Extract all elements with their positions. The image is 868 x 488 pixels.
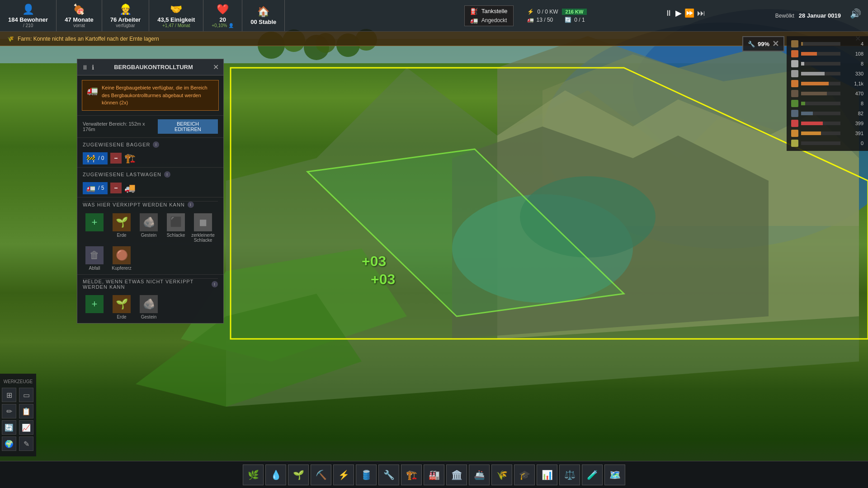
coal-bar xyxy=(801,92,840,95)
bottom-icon-chart[interactable]: 📊 xyxy=(537,465,557,485)
excavator-passive-icon: 🏗️ xyxy=(124,153,136,164)
tool-select-button[interactable]: ⊞ xyxy=(2,388,16,402)
dump-add-item[interactable]: + xyxy=(83,213,106,243)
station-status: Angedockt xyxy=(481,17,507,23)
bottom-icon-research[interactable]: 🧪 xyxy=(582,465,603,485)
iron-icon xyxy=(791,70,798,77)
stat-stable: 🏠 00 Stable xyxy=(242,0,285,31)
svg-marker-7 xyxy=(452,127,769,339)
alert-items-grid: + 🌱 Erde 🪨 Gestein xyxy=(83,295,218,319)
bottom-icon-factory[interactable]: 🏭 xyxy=(424,465,444,485)
unity-icon: 🤝 xyxy=(170,4,182,15)
bottom-icon-building[interactable]: 🏛️ xyxy=(446,465,467,485)
lightning-icon: ⚡ xyxy=(527,9,534,15)
tool-rotate-button[interactable]: 🔄 xyxy=(2,420,16,435)
lastwagen-remove-button[interactable]: − xyxy=(110,183,121,193)
ratio-icon: 🔄 xyxy=(565,17,571,23)
lastwagen-label: ZUGEWIESENE LASTWAGEN xyxy=(83,172,161,177)
warning-text: Keine Bergbaugebiete verfügbar, die im B… xyxy=(102,84,214,107)
faster-forward-button[interactable]: ⏭ xyxy=(697,9,705,18)
fast-forward-button[interactable]: ⏩ xyxy=(684,8,694,18)
bottom-icon-map[interactable]: 🗺️ xyxy=(604,465,625,485)
bottom-icon-plant[interactable]: 🌱 xyxy=(288,465,309,485)
bottom-icon-balance[interactable]: ⚖️ xyxy=(559,465,580,485)
lastwagen-count: / 5 xyxy=(98,185,104,191)
truck-row: 🚛 13 / 50 🔄 0 / 1 xyxy=(527,17,587,23)
heart-icon: ❤️ xyxy=(217,4,229,15)
tool-area-button[interactable]: ▭ xyxy=(19,388,33,402)
lastwagen-add-button[interactable]: 🚛 / 5 xyxy=(83,182,108,194)
alert-add-button[interactable]: + xyxy=(85,295,104,313)
schlacke-label: Schlacke xyxy=(167,233,185,238)
play-button[interactable]: ▶ xyxy=(675,8,682,18)
food-bar xyxy=(801,102,840,105)
tools-value: 82 xyxy=(843,111,863,116)
tools-panel: WERKZEUGE ⊞ ▭ ✏ 📋 🔄 📈 🌍 ✎ xyxy=(0,374,36,456)
panel-pause-button[interactable]: ⏸ xyxy=(82,64,88,71)
bottom-icons-row: 🌿 💧 🌱 ⛏️ ⚡ 🛢️ 🔧 🏗️ 🏭 🏛️ 🚢 🌾 🎓 📊 ⚖️ 🧪 🗺️ xyxy=(243,465,625,485)
tools-grid: ⊞ ▭ ✏ 📋 🔄 📈 🌍 ✎ xyxy=(0,386,36,453)
tools-bar xyxy=(801,112,840,115)
panel-close-button[interactable]: ✕ xyxy=(213,63,219,71)
food-icon: 🍖 xyxy=(73,4,85,15)
notification-bar: 🌾 Farm: Konnte nicht alles an Kartoffel … xyxy=(0,32,868,46)
copper-value: 1,1k xyxy=(843,81,863,86)
area-row: Verwalteter Bereich: 152m x 176m BEREICH… xyxy=(77,115,223,137)
dump-add-button[interactable]: + xyxy=(85,213,104,231)
tool-copy-button[interactable]: 📋 xyxy=(19,404,33,418)
bottom-icon-power[interactable]: ⚡ xyxy=(333,465,354,485)
erde-label: Erde xyxy=(117,233,126,238)
alert-item-erde: 🌱 Erde xyxy=(110,295,133,319)
alert-add-item[interactable]: + xyxy=(83,295,106,319)
bottom-icon-water[interactable]: 💧 xyxy=(265,465,286,485)
bottom-icon-ship[interactable]: 🚢 xyxy=(469,465,490,485)
sound-button[interactable]: 🔊 xyxy=(850,8,861,19)
excavator-icon: 🚧 xyxy=(86,154,95,163)
dump-item-kupfererz: 🟤 Kupfererz xyxy=(110,246,133,271)
stat-residents: 👤 184 Bewohner / 210 xyxy=(0,0,57,31)
bottom-icon-oil[interactable]: 🛢️ xyxy=(356,465,377,485)
area-label: Verwalteter Bereich: 152m x 176m xyxy=(83,121,158,132)
tools-icon: 🔧 xyxy=(748,41,755,47)
tool-stats-button[interactable]: 📈 xyxy=(19,420,33,435)
lastwagen-vehicles-row: 🚛 / 5 − 🚚 xyxy=(77,179,223,197)
ore1-value: 399 xyxy=(843,121,863,126)
lastwagen-section-header: ZUGEWIESENE LASTWAGEN i xyxy=(77,167,223,179)
bagger-section-header: ZUGEWIESENE BAGGER i xyxy=(77,137,223,150)
dump-info-icon: i xyxy=(188,202,194,208)
area-edit-button[interactable]: BEREICH EDITIEREN xyxy=(158,119,218,134)
bricks-bar xyxy=(801,52,840,56)
svg-marker-18 xyxy=(307,149,624,316)
power-row: ⚡ 0 / 0 KW 216 KW xyxy=(527,9,587,15)
tools-close-button[interactable]: ✕ xyxy=(772,39,779,49)
tool-pencil-button[interactable]: ✏ xyxy=(2,404,16,418)
alert-section-header: MELDE, WENN ETWAS NICHT VERKIPPT WERDEN … xyxy=(83,278,218,291)
station-name-row: ⛽ Tankstelle xyxy=(470,8,508,15)
tool-edit-button[interactable]: ✎ xyxy=(19,436,33,451)
copper-bar xyxy=(801,82,840,85)
bottom-icon-farm[interactable]: 🌾 xyxy=(491,465,512,485)
unity-value: 43,5 Einigkeit xyxy=(157,16,195,23)
bottom-icon-education[interactable]: 🎓 xyxy=(514,465,535,485)
pause-button[interactable]: ⏸ xyxy=(665,9,673,18)
bricks-icon xyxy=(791,50,798,57)
bagger-remove-button[interactable]: − xyxy=(110,153,121,164)
months-sub: vorrat xyxy=(73,23,85,28)
bottom-icon-build[interactable]: 🏗️ xyxy=(401,465,422,485)
bottom-icon-mining[interactable]: ⛏️ xyxy=(311,465,331,485)
stable-icon: 🏠 xyxy=(257,6,269,18)
dump-section-header: WAS HIER VERKIPPT WERDEN KANN i xyxy=(83,201,218,210)
truck-passive-icon: 🚚 xyxy=(124,183,136,193)
panel-header: ⏸ ℹ BERGBAUKONTROLLTURM ✕ xyxy=(77,59,223,75)
copper-icon xyxy=(791,80,798,87)
bottom-icon-tools[interactable]: 🔧 xyxy=(378,465,399,485)
alert-section: MELDE, WENN ETWAS NICHT VERKIPPT WERDEN … xyxy=(77,274,223,323)
tool-map-button[interactable]: 🌍 xyxy=(2,436,16,451)
bagger-add-button[interactable]: 🚧 / 0 xyxy=(83,152,108,164)
dump-items-grid: + 🌱 Erde 🪨 Gestein ⬛ Schlacke ◼ zerklein… xyxy=(83,213,218,271)
bottom-icon-grass[interactable]: 🌿 xyxy=(243,465,264,485)
food2-icon xyxy=(791,100,798,107)
points-value: 20 xyxy=(220,16,226,23)
residents-value: 184 Bewohner xyxy=(8,16,48,23)
alert-gestein-icon: 🪨 xyxy=(140,295,158,313)
